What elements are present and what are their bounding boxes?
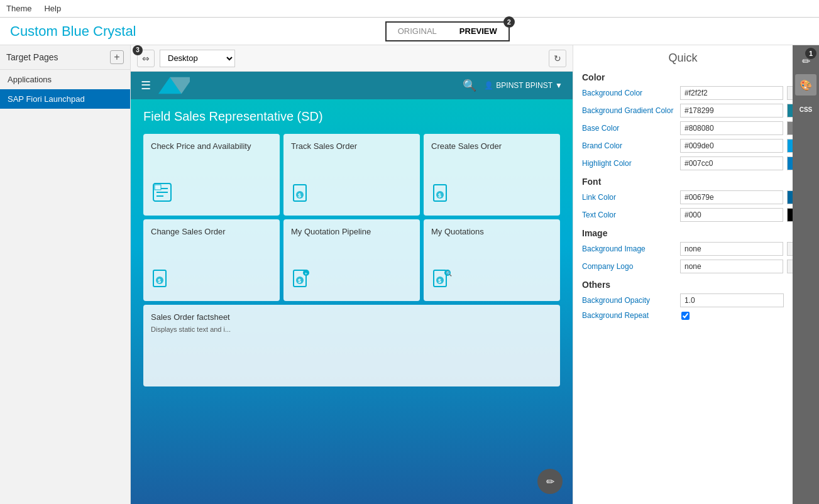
bg-image-swatch[interactable]: [787, 242, 793, 256]
bg-repeat-label[interactable]: Background Repeat: [582, 311, 676, 320]
svg-text:+: +: [305, 271, 308, 277]
company-logo-swatch[interactable]: [787, 260, 793, 273]
user-name: BPINST BPINST: [496, 81, 552, 90]
menu-help[interactable]: Help: [44, 4, 61, 13]
quick-title: Quick: [582, 52, 784, 65]
bg-gradient-color-row: Background Gradient Color: [582, 104, 784, 118]
rt-badge: 1: [805, 48, 816, 59]
tile-factsheet-title: Sales Order factsheet: [151, 312, 552, 323]
refresh-button[interactable]: ↻: [549, 50, 566, 67]
bg-gradient-input[interactable]: [680, 104, 783, 118]
svg-text:$: $: [158, 278, 161, 284]
tile-change-sales[interactable]: Change Sales Order $: [143, 219, 280, 301]
quick-panel: Quick Color Background Color Background …: [573, 45, 793, 504]
company-logo-row: Company Logo: [582, 260, 784, 273]
css-label: CSS: [800, 106, 813, 113]
edit-icon: ✏: [546, 476, 554, 488]
top-menubar: Theme Help: [0, 0, 819, 18]
header-bar: Custom Blue Crystal 2 ORIGINAL PREVIEW: [0, 18, 819, 45]
tile-track-sales[interactable]: Track Sales Order $: [283, 134, 420, 216]
main-layout: Target Pages + Applications SAP Fiori La…: [0, 45, 819, 504]
bg-opacity-row: Background Opacity: [582, 293, 784, 307]
preview-toggle: 2 ORIGINAL PREVIEW: [385, 21, 510, 41]
original-button[interactable]: ORIGINAL: [387, 23, 448, 40]
device-select[interactable]: Desktop Tablet Phone: [160, 50, 235, 67]
bg-gradient-label[interactable]: Background Gradient Color: [582, 106, 676, 115]
text-color-swatch[interactable]: [787, 208, 793, 222]
search-icon[interactable]: 🔍: [463, 79, 476, 92]
tile-title: My Quotations: [431, 227, 552, 238]
bg-image-row: Background Image: [582, 242, 784, 256]
base-color-swatch[interactable]: [787, 121, 793, 135]
tile-icon: $+: [291, 266, 412, 293]
sidebar-item-sap-fiori[interactable]: SAP Fiori Launchpad: [0, 89, 130, 109]
text-color-input[interactable]: [680, 208, 783, 222]
bg-color-swatch[interactable]: [787, 86, 793, 100]
user-dropdown-icon: ▼: [555, 81, 563, 90]
user-area[interactable]: 👤 BPINST BPINST ▼: [484, 81, 563, 90]
highlight-color-input[interactable]: [680, 156, 783, 170]
brand-color-input[interactable]: [680, 139, 783, 153]
bg-color-input[interactable]: [680, 86, 783, 100]
tile-icon: [151, 181, 272, 208]
image-section-heading: Image: [582, 228, 784, 238]
brand-color-row: Brand Color: [582, 139, 784, 153]
bg-opacity-input[interactable]: [680, 293, 784, 307]
bg-color-label[interactable]: Background Color: [582, 89, 676, 97]
bg-gradient-swatch[interactable]: [787, 104, 793, 118]
company-logo-label[interactable]: Company Logo: [582, 262, 676, 271]
fiori-content: Field Sales Representative (SD) Check Pr…: [131, 99, 573, 397]
preview-button[interactable]: PREVIEW: [448, 23, 508, 40]
add-target-page-button[interactable]: +: [110, 50, 124, 64]
svg-text:🔍: 🔍: [446, 270, 452, 277]
right-toolbar: 1 ✏ 🎨 CSS: [793, 45, 819, 504]
bg-image-input[interactable]: [680, 242, 783, 256]
link-color-swatch[interactable]: [787, 190, 793, 204]
adjust-icon-button[interactable]: 3 ⇔: [137, 50, 155, 67]
rt-css-button[interactable]: CSS: [795, 98, 816, 119]
edit-fab-button[interactable]: ✏: [537, 469, 563, 494]
highlight-color-row: Highlight Color: [582, 156, 784, 170]
link-color-label[interactable]: Link Color: [582, 193, 676, 202]
sidebar-item-applications[interactable]: Applications: [0, 70, 130, 89]
tile-icon: $🔍: [431, 266, 552, 293]
sidebar-title: Target Pages: [6, 52, 58, 62]
tile-quotation-pipeline[interactable]: My Quotation Pipeline $+: [283, 219, 420, 301]
link-color-input[interactable]: [680, 190, 783, 204]
bg-color-row: Background Color: [582, 86, 784, 100]
brand-color-label[interactable]: Brand Color: [582, 141, 676, 150]
tile-icon: $: [291, 181, 412, 208]
hamburger-icon[interactable]: ☰: [141, 79, 151, 92]
tile-check-price[interactable]: Check Price and Availability: [143, 134, 280, 216]
bg-repeat-checkbox[interactable]: [681, 312, 690, 320]
sliders-icon: ⇔: [142, 53, 150, 63]
tile-factsheet[interactable]: Sales Order factsheet Displays static te…: [143, 305, 560, 386]
tile-create-sales[interactable]: Create Sales Order $: [424, 134, 560, 216]
link-color-row: Link Color: [582, 190, 784, 204]
menu-theme[interactable]: Theme: [6, 4, 31, 13]
svg-text:$: $: [438, 278, 441, 284]
tile-title: Change Sales Order: [151, 227, 272, 238]
svg-text:$: $: [438, 192, 441, 199]
tile-title: Check Price and Availability: [151, 141, 272, 152]
palette-icon: 🎨: [800, 79, 812, 91]
bg-opacity-label[interactable]: Background Opacity: [582, 296, 676, 305]
rt-color-button[interactable]: 🎨: [795, 74, 816, 96]
font-section-heading: Font: [582, 177, 784, 187]
highlight-color-label[interactable]: Highlight Color: [582, 159, 676, 168]
tile-grid: Check Price and Availability Track Sales…: [141, 134, 563, 301]
svg-text:$: $: [298, 278, 301, 284]
company-logo-input[interactable]: [680, 260, 783, 273]
sidebar-header: Target Pages +: [0, 45, 130, 70]
text-color-label[interactable]: Text Color: [582, 211, 676, 219]
brand-color-swatch[interactable]: [787, 139, 793, 153]
color-section-heading: Color: [582, 72, 784, 82]
highlight-color-swatch[interactable]: [787, 156, 793, 170]
fiori-preview: ☰ 🔍 👤 BPINST BPINST ▼ Field Sales Rep: [131, 72, 573, 504]
sap-logo: [158, 77, 190, 94]
bg-image-label[interactable]: Background Image: [582, 244, 676, 253]
base-color-label[interactable]: Base Color: [582, 124, 676, 133]
base-color-input[interactable]: [680, 121, 783, 135]
tile-title: Create Sales Order: [431, 141, 552, 152]
tile-my-quotations[interactable]: My Quotations $🔍: [424, 219, 560, 301]
